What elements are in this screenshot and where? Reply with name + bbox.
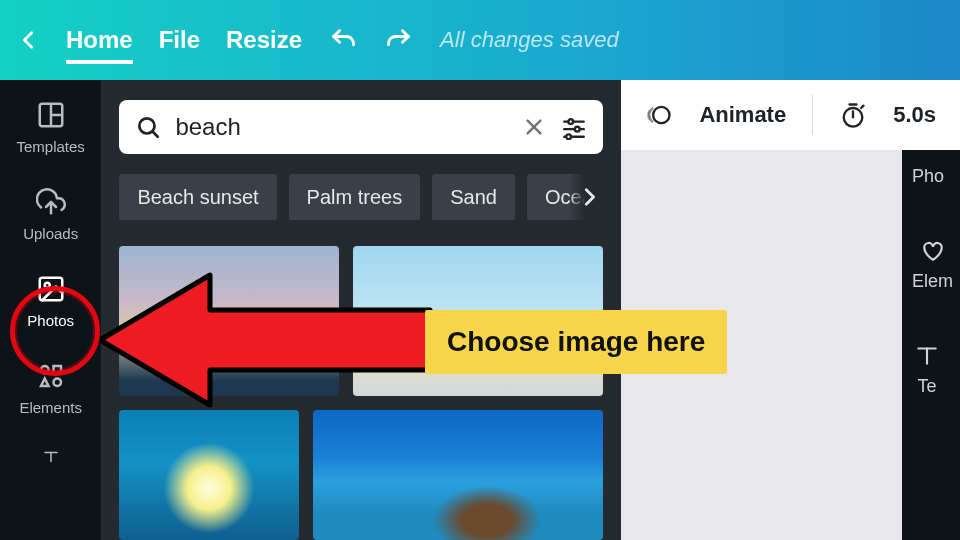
undo-icon[interactable] xyxy=(328,25,358,55)
top-toolbar: Home File Resize All changes saved xyxy=(0,0,960,80)
text-icon xyxy=(34,440,68,474)
save-status: All changes saved xyxy=(440,27,619,53)
templates-icon xyxy=(34,98,68,132)
toolbar-divider xyxy=(812,95,813,135)
search-icon xyxy=(135,114,161,140)
svg-point-19 xyxy=(654,107,670,123)
svg-point-8 xyxy=(53,379,61,387)
timer-icon xyxy=(839,101,867,129)
svg-point-16 xyxy=(575,127,580,132)
peek-item-elements[interactable]: Elem xyxy=(912,235,953,292)
svg-point-5 xyxy=(41,366,49,374)
heart-shapes-icon xyxy=(918,235,948,265)
elements-icon xyxy=(34,359,68,393)
svg-point-14 xyxy=(569,119,574,124)
filter-icon[interactable] xyxy=(561,114,587,140)
svg-rect-6 xyxy=(53,366,61,374)
photo-thumbnail[interactable] xyxy=(119,246,339,396)
sidebar-item-elements[interactable]: Elements xyxy=(19,359,82,416)
sidebar-item-label: Uploads xyxy=(23,225,78,242)
sidebar-item-photos[interactable]: Photos xyxy=(27,272,74,329)
sidebar-item-label: Templates xyxy=(17,138,85,155)
right-peek-sidebar: Pho Elem Te xyxy=(902,150,960,540)
svg-point-4 xyxy=(44,283,49,288)
redo-icon[interactable] xyxy=(384,25,414,55)
peek-label: Pho xyxy=(912,166,944,187)
search-bar xyxy=(119,100,603,154)
svg-marker-7 xyxy=(41,379,49,387)
chevron-right-icon[interactable] xyxy=(569,174,603,220)
nav-file[interactable]: File xyxy=(159,26,200,54)
nav-resize[interactable]: Resize xyxy=(226,26,302,54)
nav-home[interactable]: Home xyxy=(66,26,133,64)
peek-item-photos[interactable]: Pho xyxy=(912,166,944,187)
sidebar-item-templates[interactable]: Templates xyxy=(17,98,85,155)
peek-label: Te xyxy=(917,376,936,397)
photo-results-grid xyxy=(119,246,603,540)
animate-button[interactable]: Animate xyxy=(699,102,786,128)
peek-item-text[interactable]: Te xyxy=(912,340,942,397)
chip-palm-trees[interactable]: Palm trees xyxy=(289,174,421,220)
animate-icon xyxy=(645,101,673,129)
canvas-toolbar: Animate 5.0s xyxy=(621,80,960,150)
search-input[interactable] xyxy=(175,113,507,141)
sidebar-item-label: Elements xyxy=(19,399,82,416)
uploads-icon xyxy=(34,185,68,219)
text-icon xyxy=(912,340,942,370)
annotation-callout: Choose image here xyxy=(425,310,727,374)
chip-sand[interactable]: Sand xyxy=(432,174,515,220)
svg-point-18 xyxy=(567,134,572,139)
sidebar-item-text[interactable] xyxy=(34,440,68,474)
photo-thumbnail[interactable] xyxy=(119,410,299,540)
svg-line-10 xyxy=(153,132,158,137)
left-sidebar: Templates Uploads Photos Elements xyxy=(0,80,101,540)
svg-line-23 xyxy=(861,106,863,108)
suggestion-chips: Beach sunset Palm trees Sand Ocea xyxy=(119,174,603,220)
clear-icon[interactable] xyxy=(521,114,547,140)
sidebar-item-uploads[interactable]: Uploads xyxy=(23,185,78,242)
photo-thumbnail[interactable] xyxy=(313,410,603,540)
back-icon[interactable] xyxy=(18,29,40,51)
chip-beach-sunset[interactable]: Beach sunset xyxy=(119,174,276,220)
sidebar-item-label: Photos xyxy=(27,312,74,329)
peek-label: Elem xyxy=(912,271,953,292)
photos-icon xyxy=(34,272,68,306)
duration-button[interactable]: 5.0s xyxy=(893,102,936,128)
